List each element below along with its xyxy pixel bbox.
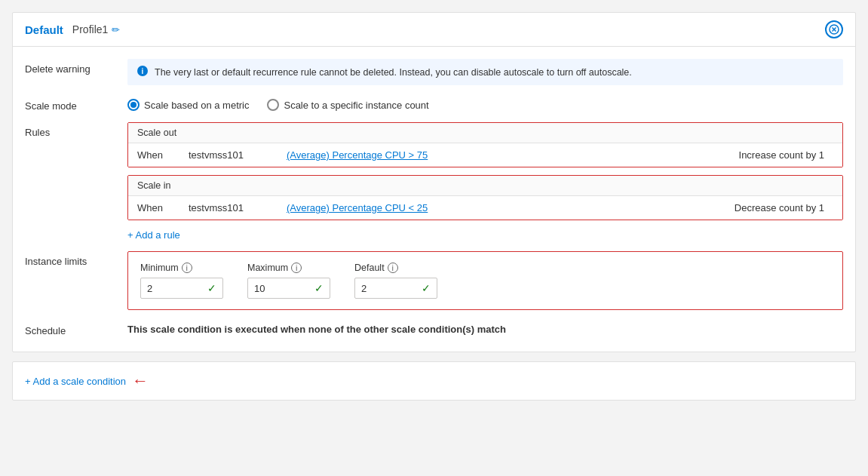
- default-check-icon: ✓: [422, 282, 431, 294]
- radio-metric[interactable]: Scale based on a metric: [127, 99, 249, 111]
- rules-row: Rules Scale out When testvmss101 (Averag…: [25, 122, 843, 241]
- schedule-content: This scale condition is executed when no…: [127, 321, 843, 335]
- schedule-label: Schedule: [25, 321, 115, 336]
- scale-mode-label: Scale mode: [25, 96, 115, 112]
- schedule-text: This scale condition is executed when no…: [127, 321, 843, 335]
- default-info-icon: i: [388, 263, 398, 273]
- scale-mode-options: Scale based on a metric Scale to a speci…: [127, 96, 843, 111]
- instance-limits-content: Minimum i ✓ Maximum: [127, 251, 843, 310]
- radio-specific-label: Scale to a specific instance count: [284, 100, 428, 111]
- radio-specific[interactable]: Scale to a specific instance count: [267, 99, 428, 111]
- add-rule-link[interactable]: + Add a rule: [127, 229, 843, 241]
- default-field: Default i ✓: [354, 263, 437, 299]
- schedule-row: Schedule This scale condition is execute…: [25, 321, 843, 336]
- scale-out-metric[interactable]: (Average) Percentage CPU > 75: [287, 149, 428, 161]
- maximum-check-icon: ✓: [314, 282, 324, 294]
- minimum-label: Minimum i: [140, 263, 223, 273]
- scale-out-resource: testvmss101: [189, 149, 271, 161]
- scale-mode-content: Scale based on a metric Scale to a speci…: [127, 96, 843, 111]
- rules-label: Rules: [25, 122, 115, 138]
- scale-in-header: Scale in: [128, 176, 842, 196]
- radio-metric-label: Scale based on a metric: [144, 100, 249, 111]
- minimum-input[interactable]: [147, 283, 207, 294]
- card-header: Default Profile1 ✏: [13, 13, 855, 47]
- maximum-field: Maximum i ✓: [247, 263, 330, 299]
- scale-out-action: Increase count by 1: [739, 149, 833, 161]
- minimum-info-icon: i: [182, 263, 192, 273]
- tab-profile-label[interactable]: Profile1: [72, 23, 108, 35]
- main-card: Default Profile1 ✏ Delete warning: [12, 12, 856, 352]
- rules-container: Scale out When testvmss101 (Average) Per…: [127, 122, 843, 241]
- maximum-info-icon: i: [291, 263, 302, 273]
- bottom-bar: + Add a scale condition ←: [12, 361, 856, 401]
- maximum-input-wrapper: ✓: [247, 278, 330, 299]
- radio-specific-circle: [267, 99, 279, 111]
- scale-in-resource: testvmss101: [189, 202, 271, 213]
- instance-limits-box: Minimum i ✓ Maximum: [127, 251, 843, 310]
- arrow-icon: ←: [132, 371, 149, 391]
- header-tabs: Default Profile1 ✏: [25, 23, 120, 36]
- page-wrapper: Default Profile1 ✏ Delete warning: [0, 0, 868, 476]
- delete-warning-text: The very last or default recurrence rule…: [155, 67, 632, 78]
- default-input[interactable]: [361, 283, 422, 294]
- delete-warning-content: i The very last or default recurrence ru…: [127, 59, 843, 85]
- delete-warning-label: Delete warning: [25, 59, 115, 75]
- rules-content: Scale out When testvmss101 (Average) Per…: [127, 122, 843, 241]
- scale-out-header: Scale out: [128, 123, 842, 143]
- scale-in-metric[interactable]: (Average) Percentage CPU < 25: [287, 202, 428, 213]
- card-content: Delete warning i The very last or defaul…: [13, 47, 855, 352]
- edit-icon[interactable]: ✏: [112, 24, 120, 35]
- info-icon: i: [136, 65, 149, 79]
- scale-out-box: Scale out When testvmss101 (Average) Per…: [127, 122, 843, 167]
- default-input-wrapper: ✓: [354, 278, 437, 299]
- scale-in-action: Decrease count by 1: [735, 202, 833, 213]
- scale-out-row: When testvmss101 (Average) Percentage CP…: [128, 143, 842, 167]
- instance-limits-row: Instance limits Minimum i ✓: [25, 251, 843, 310]
- scale-in-when: When: [137, 202, 182, 213]
- svg-text:i: i: [142, 67, 144, 75]
- instance-limits-label: Instance limits: [25, 251, 115, 267]
- minimum-input-wrapper: ✓: [140, 278, 223, 299]
- minimum-field: Minimum i ✓: [140, 263, 223, 299]
- add-condition-link[interactable]: + Add a scale condition: [25, 376, 126, 387]
- tab-profile: Profile1 ✏: [72, 23, 120, 35]
- delete-warning-box: i The very last or default recurrence ru…: [127, 59, 843, 85]
- delete-warning-row: Delete warning i The very last or defaul…: [25, 59, 843, 85]
- tab-default[interactable]: Default: [25, 23, 63, 36]
- scale-in-row: When testvmss101 (Average) Percentage CP…: [128, 196, 842, 220]
- scale-in-box: Scale in When testvmss101 (Average) Perc…: [127, 175, 843, 220]
- maximum-input[interactable]: [254, 283, 314, 294]
- scale-out-when: When: [137, 149, 182, 161]
- minimum-check-icon: ✓: [207, 282, 216, 294]
- default-label: Default i: [354, 263, 437, 273]
- radio-metric-circle: [127, 99, 140, 111]
- maximum-label: Maximum i: [247, 263, 330, 273]
- scale-mode-row: Scale mode Scale based on a metric Scale…: [25, 96, 843, 112]
- close-icon[interactable]: [825, 20, 843, 38]
